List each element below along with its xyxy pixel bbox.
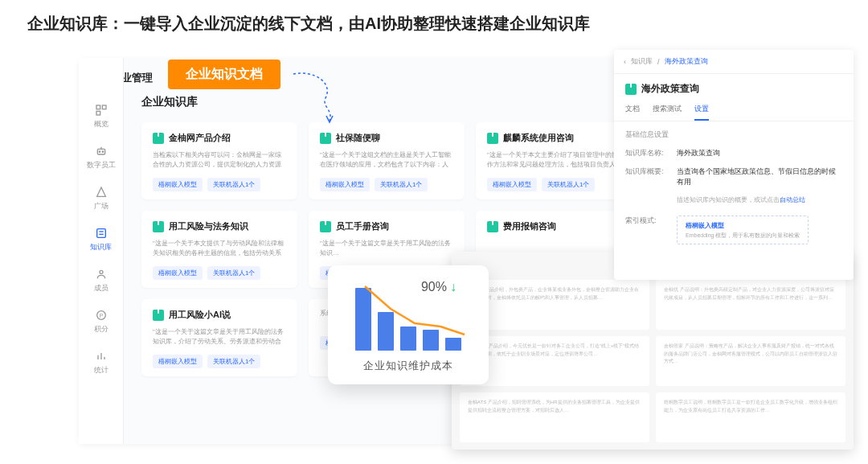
knowledge-icon — [94, 226, 108, 240]
trend-line-icon — [350, 281, 479, 346]
dotted-arrow-icon — [289, 66, 370, 126]
tag-model: 梧桐嵌入模型 — [320, 178, 370, 191]
tag-bot: 关联机器人1个 — [207, 355, 260, 368]
card-title: 费用报销咨询 — [503, 220, 556, 232]
back-icon[interactable]: ‹ — [624, 58, 626, 66]
breadcrumb: ‹ 知识库 / 海外政策查询 — [614, 50, 854, 74]
sidebar-label: 统计 — [94, 365, 108, 376]
svg-rect-2 — [96, 111, 100, 115]
svg-point-11 — [100, 270, 103, 273]
breadcrumb-root[interactable]: 知识库 — [631, 56, 653, 67]
highlight-caption: 企业知识维护成本 — [342, 359, 474, 373]
breadcrumb-current: 海外政策查询 — [665, 56, 708, 67]
index-mode-option[interactable]: 梧桐嵌入模型 Embedding 模型，用于私有数据的向量和检索 — [677, 216, 809, 244]
highlight-card: 90%↓ 企业知识维护成本 — [328, 265, 489, 384]
doc-icon — [153, 221, 164, 232]
sidebar-label: 数字员工 — [87, 160, 116, 170]
card-desc: "这是一个关于本文提供了与劳动风险和法律相关知识相关的各种主题的信息，包括劳动关… — [153, 239, 286, 258]
sidebar-item-digital-staff[interactable]: 数字员工 — [87, 144, 116, 170]
name-label: 知识库名称: — [625, 148, 669, 158]
tag-model: 梧桐嵌入模型 — [153, 266, 203, 280]
detail-panel: ‹ 知识库 / 海外政策查询 海外政策查询 文档 搜索测试 设置 基础信息设置 … — [614, 50, 854, 280]
snippet-item[interactable]: 梧桐数字员工说明，梧桐数字员工是一款打造企业员工数字化升级，增强业务组织能力，为… — [656, 392, 845, 442]
auto-summary-link[interactable]: 自动总结 — [780, 196, 805, 203]
sidebar-item-stats[interactable]: 统计 — [94, 349, 108, 376]
card-title: 用工风险小AI说 — [169, 309, 231, 321]
kb-card[interactable]: 用工风险小AI说 "这是一个关于这篇文章是关于用工风险的法务知识库，介绍了劳动关… — [141, 299, 297, 376]
svg-text:P: P — [99, 313, 103, 318]
svg-point-5 — [102, 151, 103, 152]
tab-docs[interactable]: 文档 — [625, 104, 640, 121]
stats-icon — [94, 349, 108, 363]
svg-rect-8 — [96, 229, 105, 238]
card-title: 麒麟系统使用咨询 — [503, 132, 574, 144]
card-desc: "这是一个关于这篇文章是关于用工风险的法务知识… — [320, 239, 453, 258]
summary-label: 知识库概要: — [625, 166, 669, 187]
summary-value[interactable]: 当查询各个国家地区政策信息、节假日信息的时候有用 — [677, 166, 842, 187]
detail-title: 海外政策查询 — [641, 82, 699, 96]
tab-settings[interactable]: 设置 — [694, 104, 709, 121]
snippet-item[interactable]: 金柚ATS 产品介绍，招聘管理系统，为HR提供的业务招募管理工具，为企业提供提供… — [460, 392, 649, 442]
sidebar: 概览 数字员工 广场 知识库 成员 P 积分 统计 — [79, 58, 124, 444]
snippet-item[interactable]: 金柚优 产品说明：外包类高级定制产品，对企业人力资源深度，公司将派驻对应代账项目… — [656, 280, 845, 330]
doc-icon — [320, 133, 331, 144]
tag-model: 梧桐嵌入模型 — [153, 178, 203, 191]
doc-icon — [625, 84, 637, 95]
card-title: 社保随便聊 — [336, 132, 380, 144]
card-desc: "这是一个关于这篇文章是关于用工风险的法务知识库，介绍了劳动关系、劳务派遣和劳动… — [153, 327, 286, 347]
kb-card[interactable]: 金柚网产品介绍 当检索以下相关内容可以问：金柚网是一家综合性的人力资源公司，提供… — [141, 122, 297, 199]
index-label: 索引模式: — [625, 216, 669, 226]
section-title: 基础信息设置 — [625, 129, 842, 140]
plaza-icon — [94, 185, 108, 199]
sidebar-label: 积分 — [94, 324, 108, 335]
doc-icon — [487, 133, 498, 144]
svg-rect-1 — [102, 105, 106, 109]
doc-icon — [153, 310, 164, 321]
sidebar-label: 概览 — [94, 119, 108, 129]
card-desc: "这是一个关于本文主要介绍了项目管理中的操作方法和常见问题处理方法，包括项目负责… — [487, 150, 620, 170]
tag-bot: 关联机器人1个 — [207, 266, 260, 280]
detail-tabs: 文档 搜索测试 设置 — [614, 101, 854, 121]
svg-point-4 — [99, 151, 100, 152]
sidebar-item-plaza[interactable]: 广场 — [94, 185, 108, 211]
content-title: 企业知识库 — [141, 95, 632, 109]
sidebar-item-members[interactable]: 成员 — [94, 267, 108, 294]
card-title: 员工手册咨询 — [336, 220, 389, 232]
dashboard-icon — [94, 103, 108, 117]
doc-icon — [487, 221, 498, 232]
kb-card[interactable]: 用工风险与法务知识 "这是一个关于本文提供了与劳动风险和法律相关知识相关的各种主… — [141, 211, 297, 288]
tag-model: 梧桐嵌入模型 — [487, 178, 537, 191]
doc-icon — [153, 133, 164, 144]
card-title: 金柚网产品介绍 — [169, 132, 231, 144]
kb-card[interactable]: 麒麟系统使用咨询 "这是一个关于本文主要介绍了项目管理中的操作方法和常见问题处理… — [476, 122, 632, 199]
sidebar-label: 成员 — [94, 283, 108, 294]
doc-icon — [320, 221, 331, 232]
name-value[interactable]: 海外政策查询 — [677, 148, 720, 158]
card-title: 用工风险与法务知识 — [169, 220, 248, 232]
sidebar-item-points[interactable]: P 积分 — [94, 308, 108, 335]
sidebar-item-knowledge[interactable]: 知识库 — [90, 226, 112, 253]
points-icon: P — [94, 308, 108, 322]
tag-bot: 关联机器人1个 — [207, 178, 260, 191]
snippet-panel: 0,8 × 请输… 插入片段 曾家V3 产品介绍，外包类产品，企业将某项业务外包… — [452, 252, 854, 450]
page-headline: 企业知识库：一键导入企业沉淀的线下文档，由AI协助整理快速搭建企业知识库 — [0, 0, 868, 44]
sidebar-label: 广场 — [94, 201, 108, 211]
annotation-pill: 企业知识文档 — [168, 60, 280, 89]
robot-icon — [94, 144, 108, 158]
snippet-item[interactable]: 金柚管家 产品说明：策略性产品，解决企业人事客服及财产报销，统一对式各线的服务品… — [656, 336, 845, 386]
tag-bot: 关联机器人1个 — [375, 178, 428, 191]
members-icon — [94, 267, 108, 281]
tab-search-test[interactable]: 搜索测试 — [653, 104, 682, 121]
sidebar-label: 知识库 — [90, 242, 112, 253]
tag-model: 梧桐嵌入模型 — [153, 355, 203, 368]
summary-hint: 描述知识库内知识的概要，或试点击自动总结 — [677, 195, 842, 204]
cost-chart: 90%↓ — [342, 278, 474, 351]
card-desc: "这是一个关于这组文档的主题是关于人工智能在医疗领域的应用，文档包含了以下内容：… — [320, 150, 453, 170]
svg-rect-0 — [96, 105, 100, 109]
kb-card[interactable]: 社保随便聊 "这是一个关于这组文档的主题是关于人工智能在医疗领域的应用，文档包含… — [309, 122, 465, 199]
sidebar-item-overview[interactable]: 概览 — [94, 103, 108, 129]
card-desc: 当检索以下相关内容可以问：金柚网是一家综合性的人力资源公司，提供定制化的人力资源… — [153, 150, 286, 170]
svg-marker-7 — [96, 187, 105, 196]
tag-bot: 关联机器人1个 — [542, 178, 595, 191]
index-title: 梧桐嵌入模型 — [686, 221, 800, 230]
